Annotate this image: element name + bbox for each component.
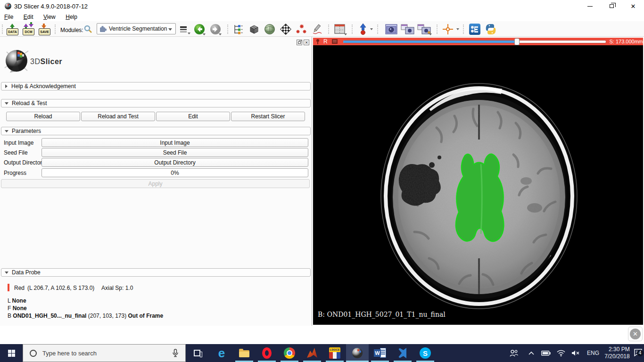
network-button[interactable] [553, 344, 569, 362]
menu-edit[interactable]: Edit [24, 13, 33, 20]
slicer-taskbar-icon [351, 347, 363, 359]
extensions-manager-icon[interactable] [469, 23, 481, 35]
taskbar-app-chrome[interactable] [278, 344, 301, 362]
input-image-button[interactable]: Input Image [41, 138, 308, 147]
taskbar-app-ldoce[interactable]: LDOCE [323, 344, 346, 362]
ventricle-segment [456, 154, 504, 241]
task-view-icon [194, 350, 200, 356]
probe-slice-name: Red [14, 285, 25, 291]
markups-fiducial-icon[interactable] [296, 24, 308, 35]
window-title: 3D Slicer 4.9.0-2018-07-12 [14, 3, 88, 10]
menu-view[interactable]: View [43, 13, 56, 20]
slice-offset-value: S: 173.000mm [609, 39, 643, 44]
clock[interactable]: 2:30 PM 7/20/2018 [603, 344, 632, 362]
modules-label: Modules: [60, 27, 83, 33]
people-button[interactable] [505, 344, 522, 362]
probe-layer-F: F None [8, 305, 27, 312]
annotation-pen-icon[interactable] [311, 24, 323, 35]
collapsed-arrow-icon [5, 84, 8, 88]
load-data-button[interactable]: DATA [7, 23, 19, 35]
slice-view-canvas[interactable]: B: OND01_HGH_5027_01_T1_nu_final [313, 45, 643, 325]
taskbar-app-opera[interactable] [256, 344, 278, 362]
python-console-icon[interactable] [485, 23, 497, 35]
screenshot-camera-icon[interactable] [385, 24, 398, 35]
panel-popout-button[interactable] [297, 40, 302, 45]
transforms-icon[interactable] [280, 24, 291, 35]
slice-menu-icon[interactable] [331, 39, 338, 44]
reload-and-test-button[interactable]: Reload and Test [81, 112, 155, 121]
data-probe-header[interactable]: Data Probe [1, 268, 311, 277]
menu-file[interactable]: File [4, 13, 13, 20]
taskbar-search[interactable]: Type here to search [23, 344, 186, 362]
output-directory-label: Output Directory [4, 159, 45, 166]
task-view-button[interactable] [186, 344, 208, 362]
search-placeholder: Type here to search [42, 350, 172, 357]
taskbar-app-matlab[interactable] [301, 344, 323, 362]
probe-layer-B: B OND01_HGH_50..._nu_final (207, 103, 17… [8, 313, 163, 319]
tray-overflow-button[interactable] [524, 344, 538, 362]
background-volume-label: B: OND01_HGH_5027_01_T1_nu_final [318, 311, 446, 318]
windows-taskbar: Type here to search e LDOCE [0, 344, 644, 362]
module-hierarchy-icon[interactable] [233, 24, 243, 34]
clock-time: 2:30 PM [604, 346, 629, 353]
orientation-label: R [323, 38, 328, 45]
dismiss-chip-button[interactable]: ✕ [628, 327, 643, 341]
scene-view-capture-icon[interactable] [401, 24, 415, 35]
minimize-button[interactable] [579, 0, 601, 12]
volume-button[interactable] [569, 344, 583, 362]
axial-brain-mri [313, 45, 643, 325]
taskbar-app-vscode[interactable] [391, 344, 414, 362]
parameters-header[interactable]: Parameters [1, 127, 311, 135]
help-acknowledgement-header[interactable]: Help & Acknowledgement [1, 82, 311, 90]
probe-layer-L: L None [8, 297, 26, 304]
module-search-icon[interactable] [84, 25, 92, 33]
save-button[interactable]: SAVE [39, 23, 51, 35]
load-data-icon: DATA [7, 24, 19, 35]
taskbar-app-skype[interactable]: S [414, 344, 437, 362]
crosshair-icon[interactable] [442, 24, 454, 35]
taskbar-app-word[interactable]: W [369, 344, 391, 362]
language-indicator[interactable]: ENG [584, 344, 603, 362]
cortana-icon [30, 350, 37, 357]
save-icon: SAVE [39, 24, 51, 35]
seed-file-button[interactable]: Seed File [41, 148, 308, 157]
progress-label: Progress [4, 170, 26, 176]
slice-slider-fill [343, 41, 517, 43]
menu-help[interactable]: Help [66, 13, 77, 20]
slice-offset-slider[interactable] [343, 40, 607, 43]
dicom-button[interactable]: DCM [23, 23, 35, 35]
microphone-icon[interactable] [172, 349, 179, 358]
main-toolbar: DATA DCM SAVE Modules: Ventricle Segment… [0, 21, 644, 37]
apply-button[interactable]: Apply [1, 179, 310, 188]
chevron-down-icon [203, 33, 206, 35]
edit-button[interactable]: Edit [156, 112, 230, 121]
people-icon [510, 349, 518, 357]
taskbar-app-edge[interactable]: e [210, 344, 233, 362]
restore-button[interactable] [601, 0, 622, 12]
vscode-icon [397, 347, 408, 359]
restart-slicer-button[interactable]: Restart Slicer [231, 112, 305, 121]
toolbar-grip [463, 25, 465, 34]
view-restore-icon[interactable] [358, 23, 368, 35]
chevron-down-icon [344, 33, 347, 35]
battery-button[interactable] [538, 344, 553, 362]
red-slice-color-swatch [8, 284, 9, 291]
output-directory-button[interactable]: Output Directory [41, 158, 308, 167]
module-selector-value: Ventricle Segmentation [109, 25, 167, 32]
reload-button[interactable]: Reload [6, 112, 80, 121]
panel-close-button[interactable]: ✕ [304, 40, 309, 45]
taskbar-app-slicer[interactable] [346, 344, 369, 362]
red-slice-viewer: R S: 173.000mm [312, 37, 644, 326]
model-sphere-icon[interactable] [264, 24, 275, 35]
action-center-button[interactable]: 4 [632, 344, 644, 362]
module-selector-combobox[interactable]: Ventricle Segmentation [97, 23, 176, 34]
close-button[interactable]: ✕ [622, 0, 644, 12]
start-button[interactable] [0, 344, 23, 362]
reload-test-header[interactable]: Reload & Test [1, 99, 311, 107]
expanded-arrow-icon [5, 130, 8, 132]
taskbar-app-file-explorer[interactable] [233, 344, 256, 362]
volume-cube-icon[interactable] [248, 24, 260, 35]
module-history-button[interactable] [180, 23, 187, 35]
slice-slider-handle[interactable] [514, 38, 520, 45]
pin-icon[interactable] [315, 39, 321, 44]
